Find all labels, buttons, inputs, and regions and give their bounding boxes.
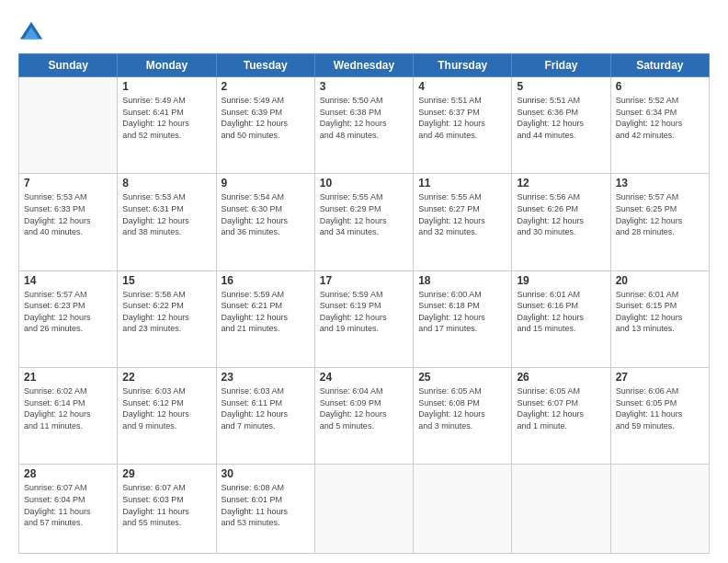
calendar-cell: 13Sunrise: 5:57 AMSunset: 6:25 PMDayligh…	[610, 174, 709, 270]
day-number: 2	[222, 80, 310, 93]
calendar-cell: 14Sunrise: 5:57 AMSunset: 6:23 PMDayligh…	[19, 270, 118, 367]
calendar-cell: 15Sunrise: 5:58 AMSunset: 6:22 PMDayligh…	[118, 270, 216, 367]
day-number: 8	[122, 177, 210, 190]
day-number: 6	[616, 80, 704, 93]
cell-info: Sunrise: 6:03 AMSunset: 6:12 PMDaylight:…	[122, 385, 210, 431]
day-number: 12	[517, 177, 605, 190]
calendar-cell	[512, 465, 610, 554]
cell-info: Sunrise: 5:54 AMSunset: 6:30 PMDaylight:…	[222, 191, 310, 237]
cell-info: Sunrise: 5:51 AMSunset: 6:37 PMDaylight:…	[418, 95, 506, 141]
calendar-cell	[414, 465, 512, 554]
calendar-cell: 2Sunrise: 5:49 AMSunset: 6:39 PMDaylight…	[216, 77, 314, 174]
calendar-week-5: 28Sunrise: 6:07 AMSunset: 6:04 PMDayligh…	[19, 465, 710, 554]
cell-info: Sunrise: 5:53 AMSunset: 6:31 PMDaylight:…	[122, 191, 210, 237]
calendar-table: SundayMondayTuesdayWednesdayThursdayFrid…	[18, 53, 710, 554]
day-number: 1	[122, 80, 210, 93]
calendar-cell: 28Sunrise: 6:07 AMSunset: 6:04 PMDayligh…	[19, 465, 118, 554]
calendar-cell: 23Sunrise: 6:03 AMSunset: 6:11 PMDayligh…	[216, 367, 314, 464]
day-number: 18	[418, 274, 506, 287]
cell-info: Sunrise: 6:04 AMSunset: 6:09 PMDaylight:…	[320, 385, 408, 431]
calendar-cell: 18Sunrise: 6:00 AMSunset: 6:18 PMDayligh…	[414, 270, 512, 367]
cell-info: Sunrise: 6:00 AMSunset: 6:18 PMDaylight:…	[418, 289, 506, 335]
cell-info: Sunrise: 5:59 AMSunset: 6:21 PMDaylight:…	[222, 289, 310, 335]
calendar-cell: 26Sunrise: 6:05 AMSunset: 6:07 PMDayligh…	[512, 367, 610, 464]
calendar-cell: 21Sunrise: 6:02 AMSunset: 6:14 PMDayligh…	[19, 367, 118, 464]
cell-info: Sunrise: 6:02 AMSunset: 6:14 PMDaylight:…	[24, 385, 112, 431]
weekday-header-tuesday: Tuesday	[216, 54, 314, 77]
calendar-cell: 30Sunrise: 6:08 AMSunset: 6:01 PMDayligh…	[216, 465, 314, 554]
cell-info: Sunrise: 5:49 AMSunset: 6:39 PMDaylight:…	[222, 95, 310, 141]
calendar-week-2: 7Sunrise: 5:53 AMSunset: 6:33 PMDaylight…	[19, 174, 710, 270]
day-number: 7	[24, 177, 112, 190]
logo-icon	[18, 20, 44, 46]
calendar-cell: 19Sunrise: 6:01 AMSunset: 6:16 PMDayligh…	[512, 270, 610, 367]
day-number: 16	[222, 274, 310, 287]
day-number: 21	[24, 371, 112, 384]
day-number: 4	[418, 80, 506, 93]
calendar-cell: 12Sunrise: 5:56 AMSunset: 6:26 PMDayligh…	[512, 174, 610, 270]
day-number: 17	[320, 274, 408, 287]
calendar-cell	[314, 465, 413, 554]
day-number: 19	[517, 274, 605, 287]
calendar-cell: 29Sunrise: 6:07 AMSunset: 6:03 PMDayligh…	[118, 465, 216, 554]
cell-info: Sunrise: 6:07 AMSunset: 6:03 PMDaylight:…	[122, 482, 210, 528]
calendar-cell: 5Sunrise: 5:51 AMSunset: 6:36 PMDaylight…	[512, 77, 610, 174]
cell-info: Sunrise: 6:01 AMSunset: 6:15 PMDaylight:…	[616, 289, 704, 335]
day-number: 14	[24, 274, 112, 287]
logo	[18, 20, 48, 46]
calendar-cell: 24Sunrise: 6:04 AMSunset: 6:09 PMDayligh…	[314, 367, 413, 464]
calendar-cell: 6Sunrise: 5:52 AMSunset: 6:34 PMDaylight…	[610, 77, 709, 174]
cell-info: Sunrise: 5:57 AMSunset: 6:23 PMDaylight:…	[24, 289, 112, 335]
cell-info: Sunrise: 5:57 AMSunset: 6:25 PMDaylight:…	[616, 191, 704, 237]
day-number: 27	[616, 371, 704, 384]
cell-info: Sunrise: 5:55 AMSunset: 6:27 PMDaylight:…	[418, 191, 506, 237]
day-number: 26	[517, 371, 605, 384]
weekday-header-friday: Friday	[512, 54, 610, 77]
calendar-cell: 3Sunrise: 5:50 AMSunset: 6:38 PMDaylight…	[314, 77, 413, 174]
calendar-week-1: 1Sunrise: 5:49 AMSunset: 6:41 PMDaylight…	[19, 77, 710, 174]
weekday-header-wednesday: Wednesday	[314, 54, 413, 77]
cell-info: Sunrise: 5:52 AMSunset: 6:34 PMDaylight:…	[616, 95, 704, 141]
day-number: 15	[122, 274, 210, 287]
page: SundayMondayTuesdayWednesdayThursdayFrid…	[0, 0, 728, 563]
cell-info: Sunrise: 6:05 AMSunset: 6:07 PMDaylight:…	[517, 385, 605, 431]
calendar-cell: 4Sunrise: 5:51 AMSunset: 6:37 PMDaylight…	[414, 77, 512, 174]
day-number: 22	[122, 371, 210, 384]
weekday-header-monday: Monday	[118, 54, 216, 77]
cell-info: Sunrise: 5:55 AMSunset: 6:29 PMDaylight:…	[320, 191, 408, 237]
cell-info: Sunrise: 6:01 AMSunset: 6:16 PMDaylight:…	[517, 289, 605, 335]
cell-info: Sunrise: 5:49 AMSunset: 6:41 PMDaylight:…	[122, 95, 210, 141]
weekday-header-saturday: Saturday	[610, 54, 709, 77]
day-number: 23	[222, 371, 310, 384]
calendar-cell: 22Sunrise: 6:03 AMSunset: 6:12 PMDayligh…	[118, 367, 216, 464]
cell-info: Sunrise: 6:07 AMSunset: 6:04 PMDaylight:…	[24, 482, 112, 528]
day-number: 25	[418, 371, 506, 384]
calendar-cell: 20Sunrise: 6:01 AMSunset: 6:15 PMDayligh…	[610, 270, 709, 367]
calendar-cell: 27Sunrise: 6:06 AMSunset: 6:05 PMDayligh…	[610, 367, 709, 464]
day-number: 5	[517, 80, 605, 93]
day-number: 11	[418, 177, 506, 190]
day-number: 28	[24, 467, 112, 480]
calendar-week-4: 21Sunrise: 6:02 AMSunset: 6:14 PMDayligh…	[19, 367, 710, 464]
cell-info: Sunrise: 5:50 AMSunset: 6:38 PMDaylight:…	[320, 95, 408, 141]
cell-info: Sunrise: 5:59 AMSunset: 6:19 PMDaylight:…	[320, 289, 408, 335]
day-number: 13	[616, 177, 704, 190]
calendar-cell: 10Sunrise: 5:55 AMSunset: 6:29 PMDayligh…	[314, 174, 413, 270]
day-number: 20	[616, 274, 704, 287]
day-number: 3	[320, 80, 408, 93]
calendar-cell: 17Sunrise: 5:59 AMSunset: 6:19 PMDayligh…	[314, 270, 413, 367]
day-number: 9	[222, 177, 310, 190]
weekday-header-thursday: Thursday	[414, 54, 512, 77]
header	[18, 17, 710, 46]
cell-info: Sunrise: 5:51 AMSunset: 6:36 PMDaylight:…	[517, 95, 605, 141]
calendar-cell: 7Sunrise: 5:53 AMSunset: 6:33 PMDaylight…	[19, 174, 118, 270]
calendar-cell: 8Sunrise: 5:53 AMSunset: 6:31 PMDaylight…	[118, 174, 216, 270]
calendar-cell	[610, 465, 709, 554]
calendar-cell: 11Sunrise: 5:55 AMSunset: 6:27 PMDayligh…	[414, 174, 512, 270]
calendar-cell: 16Sunrise: 5:59 AMSunset: 6:21 PMDayligh…	[216, 270, 314, 367]
day-number: 24	[320, 371, 408, 384]
calendar-cell: 1Sunrise: 5:49 AMSunset: 6:41 PMDaylight…	[118, 77, 216, 174]
cell-info: Sunrise: 5:56 AMSunset: 6:26 PMDaylight:…	[517, 191, 605, 237]
calendar-cell	[19, 77, 118, 174]
cell-info: Sunrise: 6:03 AMSunset: 6:11 PMDaylight:…	[222, 385, 310, 431]
